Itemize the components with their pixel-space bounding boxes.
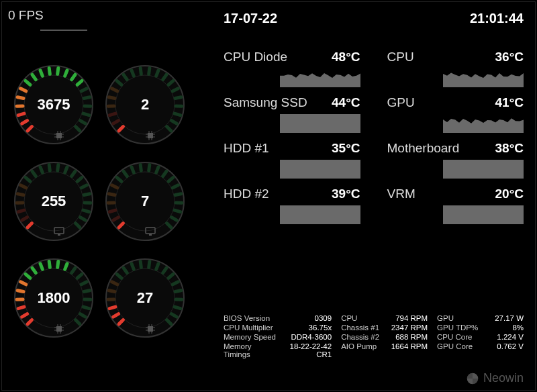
info-key: Memory Speed: [224, 333, 276, 341]
watermark: Neowin: [466, 371, 524, 385]
gauge: 27: [105, 258, 185, 338]
info-column: CPU794 RPMChassis #12347 RPMChassis #268…: [341, 314, 428, 358]
svg-rect-163: [148, 326, 153, 332]
gauge: 2: [105, 64, 185, 145]
info-row: Chassis #2688 RPM: [341, 333, 428, 341]
temp-graph: [280, 114, 360, 133]
info-key: GPU: [437, 314, 454, 322]
temp-graph: [280, 205, 360, 224]
temp-graph: [280, 160, 360, 179]
temp-value: 41°C: [495, 95, 524, 110]
temp-value: 39°C: [332, 187, 360, 201]
temp-block: Samsung SSD 44°C: [224, 95, 360, 133]
watermark-icon: [466, 372, 479, 385]
info-val: 36.75x: [309, 324, 332, 332]
svg-rect-132: [56, 326, 62, 332]
temp-value: 38°C: [495, 141, 524, 156]
temp-label: HDD #2: [224, 187, 269, 201]
time-label: 21:01:44: [470, 11, 524, 26]
svg-rect-108: [146, 228, 155, 234]
info-key: AIO Pump: [341, 342, 377, 350]
temp-block: CPU 36°C: [387, 50, 524, 87]
info-val: 1664 RPM: [391, 342, 428, 350]
temp-label: CPU: [387, 50, 414, 64]
svg-rect-53: [148, 133, 153, 138]
temp-value: 35°C: [332, 141, 360, 156]
info-row: BIOS Version0309: [224, 314, 332, 322]
info-val: DDR4-3600: [291, 333, 332, 341]
fps-underline: [40, 30, 87, 31]
info-val: 1.224 V: [497, 333, 524, 341]
info-table: BIOS Version0309CPU Multiplier36.75xMemo…: [224, 314, 524, 358]
info-val: 2347 RPM: [391, 324, 428, 332]
temp-graph: [443, 160, 524, 179]
svg-rect-85: [58, 234, 60, 236]
info-val: 0309: [315, 314, 332, 322]
info-val: 688 RPM: [395, 333, 428, 341]
info-key: Chassis #2: [341, 333, 379, 341]
watermark-label: Neowin: [483, 371, 524, 385]
info-val: 27.17 W: [495, 314, 524, 322]
info-val: 8%: [512, 324, 524, 332]
info-val: 18-22-22-42 CR1: [279, 342, 332, 358]
temp-label: VRM: [387, 187, 416, 201]
date-label: 17-07-22: [224, 11, 277, 26]
temp-block: GPU 41°C: [387, 95, 524, 133]
info-row: CPU Core1.224 V: [437, 333, 524, 341]
info-row: AIO Pump1664 RPM: [341, 342, 428, 350]
gauge: 1800: [13, 258, 94, 338]
temp-value: 36°C: [495, 50, 524, 64]
temp-graph: [280, 68, 360, 87]
info-key: CPU: [341, 314, 357, 322]
info-val: 794 RPM: [395, 314, 428, 322]
temp-block: HDD #1 35°C: [224, 141, 360, 179]
gauge-grid: 3675 2 255 7 1800 27: [13, 64, 185, 338]
info-column: BIOS Version0309CPU Multiplier36.75xMemo…: [224, 314, 332, 358]
info-key: CPU Multiplier: [224, 324, 273, 332]
temp-value: 20°C: [495, 187, 524, 201]
temp-block: VRM 20°C: [387, 187, 524, 224]
svg-rect-22: [56, 133, 62, 138]
info-key: GPU TDP%: [437, 324, 478, 332]
info-key: GPU Core: [437, 342, 473, 350]
temp-label: GPU: [387, 95, 415, 110]
info-key: BIOS Version: [224, 314, 270, 322]
info-row: Memory SpeedDDR4-3600: [224, 333, 332, 341]
fps-counter: 0 FPS: [8, 8, 44, 23]
info-row: CPU794 RPM: [341, 314, 428, 322]
info-column: GPU27.17 WGPU TDP%8%CPU Core1.224 VGPU C…: [437, 314, 524, 358]
gauge: 3675: [13, 64, 94, 145]
temp-value: 44°C: [332, 95, 360, 110]
info-row: GPU Core0.762 V: [437, 342, 524, 350]
temp-block: Motherboard 38°C: [387, 141, 524, 179]
temp-label: CPU Diode: [224, 50, 287, 64]
gauge: 255: [13, 161, 94, 242]
info-key: CPU Core: [437, 333, 472, 341]
temp-graph: [443, 114, 524, 133]
temp-label: Samsung SSD: [224, 95, 307, 110]
temp-value: 48°C: [332, 50, 360, 64]
info-val: 0.762 V: [497, 342, 524, 350]
temp-block: HDD #2 39°C: [224, 187, 360, 224]
gauge: 7: [105, 161, 185, 242]
info-key: Memory Timings: [224, 342, 275, 358]
info-key: Chassis #1: [341, 324, 379, 332]
info-row: CPU Multiplier36.75x: [224, 324, 332, 332]
temp-label: Motherboard: [387, 141, 460, 156]
info-row: GPU27.17 W: [437, 314, 524, 322]
temperature-grid: CPU Diode 48°C CPU 36°C Samsung SSD 44°C…: [224, 50, 524, 224]
svg-rect-84: [54, 228, 64, 234]
info-row: GPU TDP%8%: [437, 324, 524, 332]
svg-rect-109: [149, 234, 152, 236]
temp-graph: [443, 205, 524, 224]
info-row: Memory Timings18-22-22-42 CR1: [224, 342, 332, 358]
temp-graph: [443, 68, 524, 87]
info-row: Chassis #12347 RPM: [341, 324, 428, 332]
temp-label: HDD #1: [224, 141, 269, 156]
temp-block: CPU Diode 48°C: [224, 50, 360, 87]
